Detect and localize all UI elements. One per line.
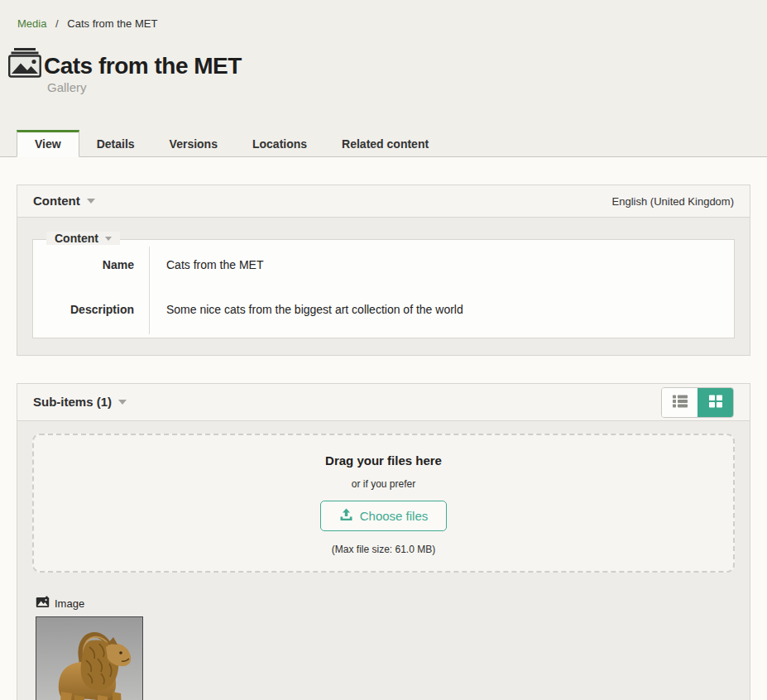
caret-down-icon[interactable] [118,400,127,405]
content-section-header: Content English (United Kingdom) [17,185,750,218]
grid-view-button[interactable] [697,388,733,417]
subitems-section: Sub-items (1) [17,383,750,700]
file-dropzone[interactable]: Drag your files here or if you prefer Ch… [32,434,735,573]
list-view-button[interactable] [662,388,697,417]
caret-down-icon[interactable] [105,237,112,241]
subitem-type-label: Image [55,597,84,610]
subitems-section-title[interactable]: Sub-items (1) [33,395,112,409]
field-label-description: Description [33,283,149,334]
breadcrumb-separator: / [55,17,59,30]
content-fieldset: Content Name Cats from the MET Descripti… [32,239,735,338]
field-label-name: Name [33,247,149,283]
caret-down-icon[interactable] [87,199,95,204]
content-section: Content English (United Kingdom) Content… [17,185,750,356]
tab-details[interactable]: Details [79,130,152,157]
subitem-card-label: Image [36,596,145,611]
breadcrumb-link-media[interactable]: Media [17,17,46,30]
dropzone-title: Drag your files here [325,453,442,467]
field-value-description: Some nice cats from the biggest art coll… [149,283,734,334]
subitem-image-card[interactable]: Image [36,596,145,700]
subitem-thumbnail[interactable] [36,616,143,700]
tab-bar: View Details Versions Locations Related … [0,130,767,157]
content-section-body: Content Name Cats from the MET Descripti… [17,218,750,356]
dropzone-subtitle: or if you prefer [352,478,415,490]
gallery-stack-icon [8,48,41,78]
fieldset-legend: Content [46,232,120,245]
choose-files-button[interactable]: Choose files [320,501,448,531]
field-grid: Name Cats from the MET Description Some … [33,240,734,338]
tab-related-content[interactable]: Related content [324,130,446,157]
field-value-name: Cats from the MET [149,247,734,283]
fieldset-legend-label: Content [55,232,98,245]
max-file-size-note: (Max file size: 61.0 MB) [332,544,435,555]
choose-files-label: Choose files [360,509,429,523]
title-row: Cats from the MET [0,30,767,78]
content-type-label: Gallery [47,80,767,94]
tab-versions[interactable]: Versions [152,130,235,157]
page-title: Cats from the MET [44,54,242,78]
breadcrumb: Media / Cats from the MET [0,17,767,30]
view-toggle [661,387,734,418]
grid-view-icon [707,393,725,412]
content-section-title[interactable]: Content [33,194,80,208]
subitems-section-header: Sub-items (1) [17,383,750,421]
upload-icon [339,508,353,524]
tab-locations[interactable]: Locations [235,130,324,157]
tab-view[interactable]: View [17,130,79,157]
language-indicator: English (United Kingdom) [612,195,734,208]
gold-lion-sculpture-image [36,617,142,700]
list-view-icon [671,393,689,412]
page-header: Media / Cats from the MET Cats from the … [0,0,767,157]
breadcrumb-current: Cats from the MET [67,17,157,30]
subitems-section-body: Drag your files here or if you prefer Ch… [17,421,750,700]
image-icon [36,596,50,611]
